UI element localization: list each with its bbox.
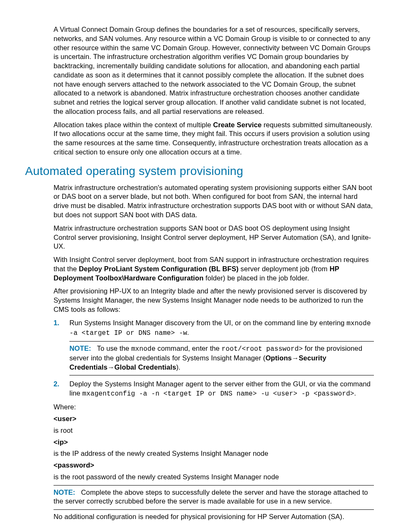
text-run: Complete the above steps to successfully… [54,488,368,505]
bold-run: Deploy ProLiant System Configuration (BL… [79,265,239,272]
body-column: A Virtual Connect Domain Group defines t… [54,25,374,157]
step-number: 2. [54,380,59,389]
term: <password> [54,461,374,470]
term: <user> [54,414,374,424]
text-run: folder) be placed in the job folder. [204,274,309,282]
rule [69,375,374,375]
note-label: NOTE: [69,344,97,352]
paragraph: A Virtual Connect Domain Group defines t… [54,25,374,116]
rule [54,509,374,510]
text-run: server deployment job (from [238,265,329,272]
paragraph: Matrix infrastructure orchestration supp… [54,224,374,251]
step-item: 1. Run Systems Insight Manager discovery… [54,319,374,376]
bold-run: Create Service [213,121,261,129]
rule [54,485,374,486]
section-heading: Automated operating system provisioning [25,164,374,179]
code-run: root/<root password> [222,345,303,353]
note: NOTE:Complete the above steps to success… [54,488,374,506]
paragraph: After provisioning HP-UX to an Integrity… [54,287,374,314]
bold-run: Global Credentials [115,363,176,371]
text-run: To use the [97,344,131,352]
arrow-icon: → [107,363,115,371]
where-list: Where: <user> is root <ip> is the IP add… [54,403,374,481]
text-run: ). [176,363,180,371]
note-label: NOTE: [54,488,81,496]
text-run: command, enter the [156,344,222,352]
document-page: A Virtual Connect Domain Group defines t… [0,0,399,532]
body-column: Matrix infrastructure orchestration's au… [54,183,374,522]
where-label: Where: [54,403,374,412]
paragraph: Allocation takes place within the contex… [54,121,374,157]
definition: is the root password of the newly create… [54,473,374,482]
paragraph: With Insight Control server deployment, … [54,255,374,283]
steps-list: 1. Run Systems Insight Manager discovery… [54,319,374,399]
step-item: 2. Deploy the Systems Insight Manager ag… [54,380,374,398]
definition: is root [54,426,374,435]
text-run: . [187,329,189,336]
arrow-icon: → [292,354,299,362]
bold-run: Options [266,354,292,362]
text-run: Run Systems Insight Manager discovery fr… [69,319,346,326]
text-run: Allocation takes place within the contex… [54,121,213,129]
rule [69,341,374,342]
step-number: 1. [54,319,59,328]
definition: is the IP address of the newly created S… [54,449,374,458]
text-run: . [354,389,356,397]
code-run: mxagentconfig -a -n <target IP or DNS na… [82,390,354,398]
term: <ip> [54,438,374,447]
note: NOTE:To use the mxnode command, enter th… [69,344,374,372]
paragraph: No additional configuration is needed fo… [54,512,374,522]
paragraph: Matrix infrastructure orchestration's au… [54,183,374,220]
code-run: mxnode [131,345,156,353]
